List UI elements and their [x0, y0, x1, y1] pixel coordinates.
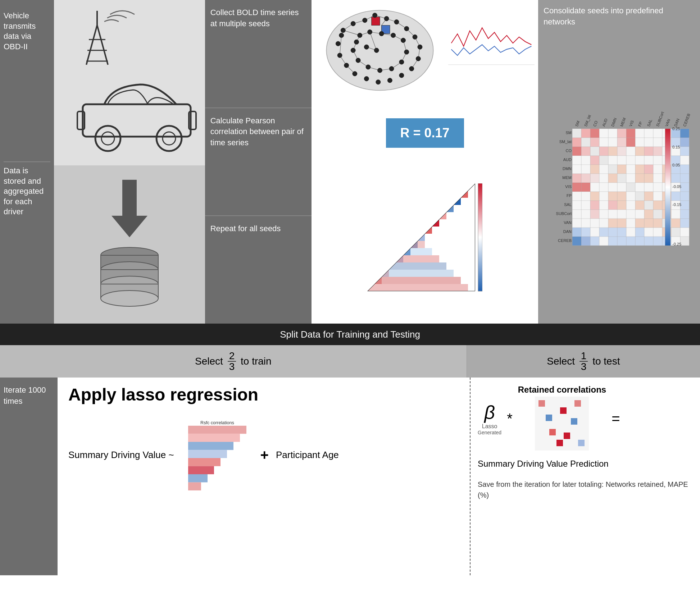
- plus-sign: +: [260, 447, 269, 463]
- svg-rect-372: [578, 440, 585, 446]
- svg-rect-236: [608, 183, 617, 192]
- svg-text:SAL: SAL: [646, 119, 653, 127]
- summary-box: Summary Driving Value Prediction: [478, 458, 609, 470]
- lasso-sub: Lasso: [482, 423, 497, 430]
- svg-text:SM: SM: [574, 120, 581, 127]
- svg-rect-175: [644, 138, 653, 147]
- svg-rect-286: [590, 219, 599, 228]
- svg-point-20: [101, 291, 158, 306]
- svg-text:VAN: VAN: [564, 220, 572, 225]
- svg-rect-311: [581, 237, 590, 246]
- triangle-area: [312, 165, 538, 316]
- svg-rect-263: [617, 201, 626, 210]
- svg-rect-264: [626, 201, 635, 210]
- svg-rect-211: [617, 165, 626, 174]
- svg-text:DAN: DAN: [563, 229, 572, 234]
- beta-equation-row: β Lasso Generated * Retained correlation…: [478, 385, 693, 470]
- svg-rect-248: [599, 192, 608, 201]
- network-heatmap: SM SM_lat CO AUD DMN MEM VIS FP SAL SUBC…: [544, 33, 695, 318]
- svg-rect-362: [188, 450, 227, 458]
- svg-rect-235: [599, 183, 608, 192]
- svg-rect-224: [617, 174, 626, 183]
- svg-rect-159: [617, 129, 626, 138]
- svg-rect-201: [644, 156, 653, 165]
- svg-text:CO: CO: [566, 148, 572, 153]
- step3-box: Repeat for all seeds: [205, 216, 312, 324]
- svg-rect-193: [572, 156, 581, 165]
- test-section: Select 1 3 to test: [467, 345, 700, 378]
- svg-line-0: [86, 25, 97, 65]
- svg-rect-359: [188, 426, 246, 434]
- svg-text:0.25: 0.25: [672, 127, 680, 131]
- svg-rect-360: [188, 434, 240, 442]
- svg-rect-101: [389, 255, 396, 262]
- svg-rect-96: [367, 277, 374, 284]
- svg-rect-124: [367, 198, 382, 205]
- svg-text:AUD: AUD: [601, 118, 608, 127]
- svg-line-1: [97, 25, 108, 65]
- svg-rect-22: [372, 17, 380, 25]
- svg-rect-365: [188, 474, 208, 483]
- svg-rect-225: [626, 174, 635, 183]
- left-panel: Vehicle transmits data via OBD-II Data i…: [0, 0, 54, 324]
- svg-rect-226: [635, 174, 644, 183]
- svg-point-36: [387, 78, 392, 83]
- svg-text:VIS: VIS: [565, 184, 572, 189]
- brain-network-container: [315, 4, 445, 97]
- svg-point-38: [364, 76, 369, 81]
- svg-point-7: [95, 126, 121, 151]
- svg-rect-249: [608, 192, 617, 201]
- svg-rect-200: [635, 156, 644, 165]
- svg-text:CO: CO: [592, 120, 599, 127]
- svg-rect-376: [564, 433, 570, 439]
- brain-area: [312, 0, 538, 101]
- bottom-main: Apply lasso regression Summary Driving V…: [58, 378, 470, 575]
- svg-rect-127: [478, 183, 482, 291]
- svg-rect-94: [367, 183, 374, 191]
- svg-rect-161: [635, 129, 644, 138]
- svg-rect-318: [644, 237, 653, 246]
- svg-rect-287: [599, 219, 608, 228]
- timeseries-container: [448, 7, 535, 79]
- svg-rect-374: [546, 415, 552, 421]
- svg-rect-299: [590, 228, 599, 237]
- svg-text:AUD: AUD: [563, 157, 572, 162]
- svg-rect-368: [538, 400, 545, 407]
- train-label-post: to train: [241, 356, 272, 367]
- svg-rect-370: [571, 418, 577, 425]
- svg-text:SUBCort: SUBCort: [556, 211, 572, 216]
- svg-rect-373: [556, 440, 563, 446]
- step2-box: Calculate Pearson correlation between pa…: [205, 108, 312, 216]
- svg-rect-195: [590, 156, 599, 165]
- svg-rect-253: [644, 192, 653, 201]
- svg-rect-170: [599, 138, 608, 147]
- train-test-row: Select 2 3 to train Select 1 3 to test: [0, 345, 700, 378]
- svg-rect-234: [590, 183, 599, 192]
- svg-rect-316: [626, 237, 635, 246]
- svg-rect-245: [572, 192, 581, 201]
- svg-rect-196: [599, 156, 608, 165]
- svg-rect-117: [367, 248, 432, 255]
- svg-rect-283: [680, 210, 689, 219]
- svg-rect-188: [644, 147, 653, 156]
- sdv-label: Summary Driving Value ~: [68, 449, 174, 461]
- svg-rect-215: [653, 165, 662, 174]
- bottom-section: Iterate 1000 times Apply lasso regressio…: [0, 378, 700, 575]
- svg-rect-157: [599, 129, 608, 138]
- svg-rect-276: [617, 210, 626, 219]
- svg-rect-280: [653, 210, 662, 219]
- svg-rect-98: [367, 270, 374, 277]
- svg-rect-156: [590, 129, 599, 138]
- right-panel: Consolidate seeds into predefined networ…: [538, 0, 700, 324]
- svg-text:-0.15: -0.15: [672, 202, 681, 207]
- svg-rect-125: [367, 191, 374, 198]
- svg-rect-293: [653, 219, 662, 228]
- svg-rect-220: [581, 174, 590, 183]
- svg-rect-270: [680, 201, 689, 210]
- svg-text:0.15: 0.15: [672, 145, 680, 149]
- svg-rect-155: [581, 129, 590, 138]
- split-bar: Split Data for Training and Testing: [0, 324, 700, 345]
- network-heatmap-svg: SM SM_lat CO AUD DMN MEM VIS FP SAL SUBC…: [544, 100, 695, 251]
- svg-rect-361: [188, 442, 233, 450]
- svg-rect-257: [680, 192, 689, 201]
